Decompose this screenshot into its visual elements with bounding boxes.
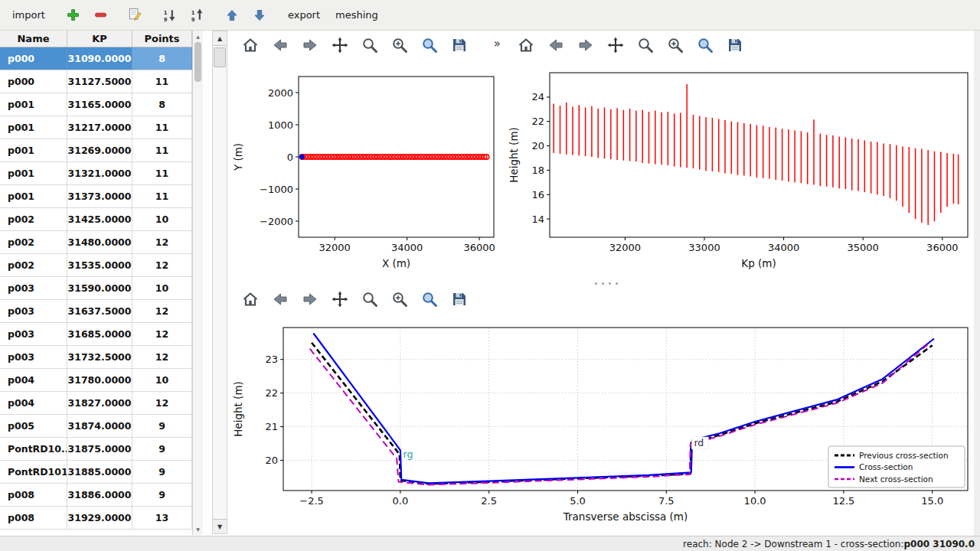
table-row[interactable]: p00331590.000010 [0, 277, 192, 300]
zoom-button[interactable] [635, 35, 655, 55]
scroll-down-button[interactable]: ▼ [213, 519, 227, 533]
cell-points[interactable]: 10 [132, 208, 192, 230]
cell-points[interactable]: 12 [132, 300, 192, 322]
zoom-in-button[interactable] [665, 35, 685, 55]
table-row[interactable]: p00331732.500012 [0, 346, 192, 369]
table-row[interactable]: p00431827.000012 [0, 392, 192, 415]
cell-points[interactable]: 9 [132, 438, 192, 460]
forward-button[interactable] [300, 289, 320, 309]
cell-kp[interactable]: 31217.0000 [67, 116, 132, 139]
table-row[interactable]: p00431780.000010 [0, 369, 192, 392]
table-row[interactable]: p00031127.500011 [0, 70, 192, 93]
panel-scrollbar-thumb[interactable] [214, 47, 226, 67]
cell-points[interactable]: 12 [132, 346, 192, 368]
cell-points[interactable]: 8 [132, 93, 192, 116]
cross-section-chart[interactable]: −2.50.02.55.07.510.012.515.020212223Tran… [230, 313, 974, 536]
cell-kp[interactable]: 31535.0000 [67, 254, 132, 276]
cell-kp[interactable]: 31637.5000 [67, 300, 132, 322]
column-header-name[interactable]: Name [0, 31, 67, 47]
cell-kp[interactable]: 31885.0000 [67, 461, 132, 483]
cell-kp[interactable]: 31321.0000 [67, 162, 132, 184]
cell-points[interactable]: 9 [132, 461, 192, 483]
sort-descending-button[interactable]: 19 [161, 6, 179, 24]
scroll-up-button[interactable]: ▲ [213, 31, 227, 46]
cell-name[interactable]: p001 [0, 139, 67, 161]
cell-points[interactable]: 12 [132, 323, 192, 345]
remove-cross-section-button[interactable] [92, 6, 110, 24]
table-row[interactable]: p00131165.00008 [0, 93, 192, 116]
add-cross-section-button[interactable] [64, 6, 83, 24]
table-row[interactable]: p00831929.000013 [0, 507, 192, 530]
table-row[interactable]: p00131321.000011 [0, 162, 192, 185]
cell-kp[interactable]: 31165.0000 [67, 93, 132, 116]
cell-points[interactable]: 10 [132, 369, 192, 391]
panel-scrollbar[interactable]: ▲ ▼ [212, 31, 227, 534]
zoom-button[interactable] [360, 35, 380, 55]
move-down-button[interactable] [250, 6, 269, 24]
toolbar-overflow-button[interactable]: » [494, 37, 501, 51]
cell-points[interactable]: 11 [132, 139, 192, 161]
cell-points[interactable]: 11 [132, 70, 192, 93]
zoom-in-button[interactable] [390, 289, 410, 309]
table-row[interactable]: p00131269.000011 [0, 139, 192, 162]
column-header-points[interactable]: Points [132, 31, 192, 47]
cell-points[interactable]: 8 [132, 47, 192, 70]
pan-button[interactable] [330, 289, 350, 309]
table-row[interactable]: p00031090.00008 [0, 47, 192, 70]
move-up-button[interactable] [223, 6, 241, 24]
back-button[interactable] [270, 289, 290, 309]
cell-kp[interactable]: 31929.0000 [67, 507, 132, 529]
save-button[interactable] [449, 289, 469, 309]
cell-name[interactable]: p001 [0, 93, 67, 116]
home-button[interactable] [516, 35, 536, 55]
table-row[interactable]: p00231535.000012 [0, 254, 192, 277]
zoom-in-button[interactable] [390, 35, 410, 55]
table-row[interactable]: p00231480.000012 [0, 231, 192, 254]
save-button[interactable] [449, 35, 469, 55]
table-row[interactable]: p00331637.500012 [0, 300, 192, 323]
cell-name[interactable]: p008 [0, 507, 67, 529]
cell-kp[interactable]: 31373.0000 [67, 185, 132, 207]
table-row[interactable]: p00331685.000012 [0, 323, 192, 346]
export-button[interactable]: export [285, 8, 323, 22]
cell-kp[interactable]: 31425.0000 [67, 208, 132, 230]
save-button[interactable] [725, 35, 745, 55]
cell-points[interactable]: 11 [132, 116, 192, 139]
plan-chart[interactable]: 320003400036000−2000−1000010002000X (m)Y… [230, 60, 504, 283]
pan-button[interactable] [330, 35, 350, 55]
cell-kp[interactable]: 31732.5000 [67, 346, 132, 368]
cell-kp[interactable]: 31780.0000 [67, 369, 132, 391]
cell-kp[interactable]: 31874.0000 [67, 415, 132, 437]
cell-name[interactable]: PontRD101v [0, 461, 67, 483]
profile-chart[interactable]: 3200033000340003500036000141618202224Kp … [505, 60, 974, 283]
cell-kp[interactable]: 31269.0000 [67, 139, 132, 161]
table-row[interactable]: PontRD101v31885.00009 [0, 461, 192, 484]
cell-name[interactable]: p001 [0, 162, 67, 184]
cell-name[interactable]: p000 [0, 47, 67, 70]
cell-name[interactable]: p003 [0, 300, 67, 322]
table-row[interactable]: p00531874.00009 [0, 415, 192, 438]
cell-name[interactable]: p002 [0, 254, 67, 276]
cell-name[interactable]: p008 [0, 484, 67, 506]
table-row[interactable]: p00131217.000011 [0, 116, 192, 139]
cell-kp[interactable]: 31590.0000 [67, 277, 132, 299]
pan-button[interactable] [606, 35, 626, 55]
cell-name[interactable]: p003 [0, 277, 67, 299]
cell-name[interactable]: p001 [0, 185, 67, 207]
table-row[interactable]: p00231425.000010 [0, 208, 192, 231]
cell-points[interactable]: 12 [132, 231, 192, 253]
column-header-kp[interactable]: KP [67, 31, 132, 47]
cell-kp[interactable]: 31827.0000 [67, 392, 132, 414]
edit-cross-section-button[interactable] [126, 6, 145, 24]
cell-name[interactable]: PontRD10... [0, 438, 67, 460]
cell-name[interactable]: p002 [0, 231, 67, 253]
cell-name[interactable]: p000 [0, 70, 67, 93]
table-scroll-up-icon[interactable]: ▲ [193, 31, 203, 41]
sort-ascending-button[interactable]: 19 [188, 6, 207, 24]
table-row[interactable]: p00831886.00009 [0, 484, 192, 507]
cell-points[interactable]: 12 [132, 254, 192, 276]
cell-name[interactable]: p005 [0, 415, 67, 437]
home-button[interactable] [240, 35, 260, 55]
cell-kp[interactable]: 31480.0000 [67, 231, 132, 253]
cell-kp[interactable]: 31875.0000 [67, 438, 132, 460]
